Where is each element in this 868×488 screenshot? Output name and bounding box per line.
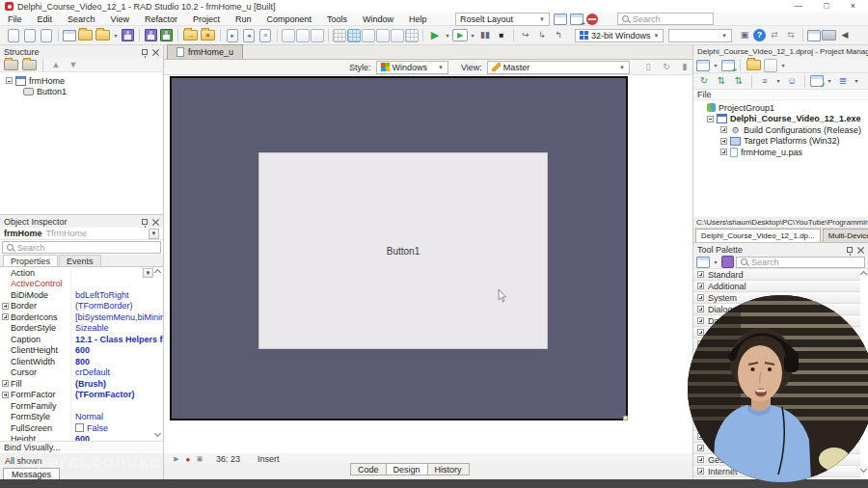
target-device-select[interactable]: ▼ [668,29,732,42]
expand-icon[interactable] [697,306,704,312]
expand-icon[interactable] [2,303,9,310]
palette-search-box[interactable] [736,257,865,268]
delete-layout-icon[interactable] [586,14,598,25]
search-input[interactable] [633,14,709,24]
property-value[interactable]: False [70,422,163,434]
project-tree-row[interactable]: ProjectGroup1 [693,102,868,114]
expand-icon[interactable] [697,456,704,463]
property-value[interactable]: (TFormFactor) [70,390,163,401]
structure-node-button[interactable]: Button1 [0,86,163,96]
property-row[interactable]: BorderStyle Sizeable ▼ [0,323,163,335]
add-component-icon[interactable] [696,257,710,268]
dropdown-caret-icon[interactable]: ▾ [779,58,787,73]
save-layout-icon[interactable] [554,14,567,25]
toolbar-separator[interactable] [42,59,43,71]
property-row[interactable]: Action ▼ [0,267,163,279]
expand-icon[interactable] [697,271,704,278]
help-icon[interactable]: ? [753,29,766,41]
toolbar-separator[interactable] [802,29,803,41]
navigate-icon[interactable]: ⇆ [783,28,799,43]
pause-icon[interactable]: ▮▮ [477,28,493,43]
align-left-icon[interactable] [282,29,295,42]
toolbar-separator[interactable] [220,29,221,41]
bind-visually-link[interactable]: Bind Visually... [0,441,163,453]
property-value[interactable]: bdLeftToRight [70,289,163,301]
tab-properties[interactable]: Properties [3,255,58,266]
dropdown-caret-icon[interactable]: ▾ [112,28,120,43]
stop-icon[interactable]: ■ [494,28,509,43]
toolbar-separator[interactable] [804,75,805,88]
add-project-icon[interactable] [721,60,735,71]
menu-item[interactable]: Search [60,14,103,24]
list-icon[interactable]: ≡ [757,73,773,89]
designed-form[interactable]: Button1 [170,76,628,420]
desktop-layout-icon[interactable] [63,30,76,41]
menu-item[interactable]: Run [228,14,259,24]
step-over-icon[interactable]: ↪ [518,28,533,43]
property-value[interactable] [70,279,163,290]
move-up-icon[interactable]: ▲ [48,57,64,72]
pin-icon[interactable] [847,247,853,253]
move-down-icon[interactable]: ▼ [66,57,81,72]
build-icon[interactable] [810,75,824,87]
new-icon[interactable] [8,29,19,42]
toolbar-separator[interactable] [422,29,423,41]
trace-into-icon[interactable]: ↳ [534,28,550,43]
toolbar-separator[interactable] [58,29,59,41]
property-row[interactable]: Cursor crDefault ▼ [0,367,163,379]
editor-tab-frmhome[interactable]: frmHome_u [167,44,243,59]
run-without-debugging-icon[interactable]: ▶ [452,29,468,41]
property-value[interactable] [70,267,143,279]
menu-item[interactable]: Edit [30,14,61,24]
inspector-search-box[interactable] [2,241,161,254]
dropdown-caret-icon[interactable]: ▾ [853,73,860,89]
expand-icon[interactable] [697,283,704,289]
categories-icon[interactable] [721,256,734,268]
sync-prototypes-icon[interactable]: ⇄ [767,28,782,43]
view-mode-icon[interactable] [764,59,777,72]
scroll-up-icon[interactable] [860,271,867,278]
menu-item[interactable]: Window [355,14,401,24]
dropdown-caret-icon[interactable]: ▾ [826,73,833,89]
save-as-icon[interactable] [145,29,157,41]
property-value[interactable]: 12.1 - Class Helpers for Variable [70,334,163,345]
property-value[interactable]: Normal [70,412,163,423]
menu-item[interactable]: Project [185,14,228,24]
sort-icon[interactable]: ⇅ [714,73,729,89]
tab-order-icon[interactable] [362,29,375,42]
form-designer-canvas[interactable]: Button1 [164,75,692,453]
print-icon[interactable] [822,30,836,41]
close-button[interactable]: × [851,0,855,13]
grid-options-icon[interactable] [405,29,419,42]
toolbar-separator[interactable] [177,29,178,41]
property-row[interactable]: Height 600 ▼ [0,434,163,442]
sync-icon[interactable]: ↻ [696,73,712,89]
sort-alpha-icon[interactable]: ⇅ [731,73,746,89]
menu-item[interactable]: Refactor [137,14,185,24]
save-all-icon[interactable] [160,29,173,41]
property-row[interactable]: FullScreen False ▼ [0,422,163,434]
scroll-down-icon[interactable] [860,466,867,473]
dropdown-caret-icon[interactable]: ▾ [774,73,782,89]
property-row[interactable]: Fill (Brush) ▼ [0,378,163,390]
expand-all-icon[interactable] [22,60,37,70]
structure-node-form[interactable]: frmHome [0,75,163,86]
document-tab[interactable]: Delphi_Course_Video_12_1.dp... [695,229,821,242]
save-icon[interactable] [122,29,134,41]
dock-windows-icon[interactable] [807,30,821,41]
toolbar-separator[interactable] [277,29,278,41]
menu-item[interactable]: View [103,14,137,24]
editor-view-tab[interactable]: Code [350,463,387,475]
property-row[interactable]: ClientHeight 600 ▼ [0,345,163,357]
property-value[interactable]: Sizeable [70,323,163,335]
toolbar-separator[interactable] [513,29,514,41]
align-center-icon[interactable] [311,29,324,42]
desktop-layout-select[interactable]: Roselt Layout ▼ [455,13,550,26]
property-row[interactable]: Caption 12.1 - Class Helpers for Variabl… [0,334,163,345]
folder-icon[interactable] [746,60,761,70]
form-button-caption[interactable]: Button1 [259,246,547,257]
close-icon[interactable] [857,246,864,253]
palette-search-input[interactable] [751,258,860,267]
menu-item[interactable]: Component [258,14,319,24]
collapse-all-icon[interactable] [4,60,18,70]
